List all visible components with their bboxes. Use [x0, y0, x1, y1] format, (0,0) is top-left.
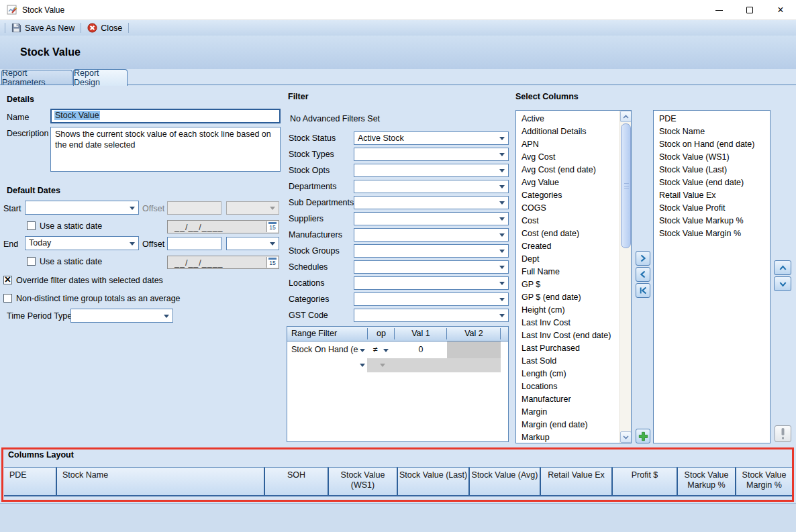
- available-column-item[interactable]: COGS: [516, 202, 619, 215]
- move-left-button[interactable]: [636, 267, 650, 282]
- layout-column-header[interactable]: SOH: [265, 468, 329, 495]
- scrollbar-thumb[interactable]: [621, 123, 631, 248]
- toolbar-close-button[interactable]: Close: [84, 21, 126, 35]
- selected-column-item[interactable]: Stock Value (WS1): [654, 151, 770, 164]
- layout-column-header[interactable]: Stock Value Markup %: [678, 468, 736, 495]
- layout-column-header[interactable]: Stock Value (Last): [398, 468, 470, 495]
- layout-column-header[interactable]: Profit $: [613, 468, 678, 495]
- available-column-item[interactable]: Last Sold: [516, 355, 619, 368]
- selected-column-item[interactable]: PDE: [654, 113, 770, 125]
- scroll-up-button[interactable]: [620, 111, 632, 122]
- available-column-item[interactable]: Last Inv Cost: [516, 317, 619, 329]
- start-date-select[interactable]: [25, 201, 139, 215]
- start-static-date-checkbox[interactable]: [27, 221, 36, 230]
- move-right-button[interactable]: [636, 251, 650, 266]
- nondistinct-average-checkbox[interactable]: [3, 294, 12, 303]
- layout-column-header[interactable]: PDE: [4, 468, 57, 495]
- filter-select[interactable]: [354, 148, 509, 161]
- available-column-item[interactable]: Height (cm): [516, 304, 619, 317]
- available-column-item[interactable]: Locations: [516, 380, 619, 393]
- available-column-item[interactable]: Cost: [516, 215, 619, 227]
- available-column-item[interactable]: Avg Value: [516, 176, 619, 189]
- selected-column-item[interactable]: Stock Value Margin %: [654, 227, 770, 240]
- time-period-type-select[interactable]: [70, 309, 173, 323]
- layout-column-header[interactable]: Retail Value Ex: [541, 468, 613, 495]
- layout-column-header[interactable]: Stock Value (WS1): [329, 468, 398, 495]
- filter-select[interactable]: [354, 180, 509, 193]
- selected-column-item[interactable]: Stock Value Markup %: [654, 215, 770, 227]
- selected-column-item[interactable]: Stock Name: [654, 125, 770, 138]
- selected-column-item[interactable]: Retail Value Ex: [654, 189, 770, 202]
- filter-select[interactable]: [354, 164, 509, 177]
- available-column-item[interactable]: Cost (end date): [516, 227, 619, 240]
- selected-column-item[interactable]: Stock Value (end date): [654, 176, 770, 189]
- available-column-item[interactable]: Last Inv Cost (end date): [516, 329, 619, 342]
- calendar-icon[interactable]: 15: [266, 221, 278, 232]
- available-column-item[interactable]: Avg Cost: [516, 151, 619, 164]
- filter-select[interactable]: [354, 228, 509, 242]
- available-column-item[interactable]: Created: [516, 240, 619, 253]
- selected-column-item[interactable]: Stock on Hand (end date): [654, 138, 770, 151]
- available-column-item[interactable]: Markup: [516, 431, 619, 443]
- available-column-item[interactable]: GP $ (end date): [516, 291, 619, 304]
- filter-select[interactable]: [354, 196, 509, 209]
- range-filter-op-select[interactable]: ≠: [373, 345, 378, 354]
- tab-report-design[interactable]: Report Design: [73, 69, 128, 86]
- end-offset-unit-select[interactable]: [226, 237, 279, 250]
- column-info-button[interactable]: [775, 425, 791, 442]
- move-up-button[interactable]: [774, 260, 791, 275]
- available-column-item[interactable]: Length (cm): [516, 368, 619, 380]
- available-column-item[interactable]: Categories: [516, 189, 619, 202]
- available-column-item[interactable]: Additional Details: [516, 125, 619, 138]
- available-column-item[interactable]: Manufacturer: [516, 393, 619, 406]
- available-column-item[interactable]: Active: [516, 113, 619, 125]
- available-column-item[interactable]: Margin: [516, 406, 619, 419]
- layout-column-header[interactable]: Stock Value Margin %: [736, 468, 792, 495]
- filter-select[interactable]: [354, 212, 509, 225]
- end-static-date-field[interactable]: __/__/____ 15: [167, 256, 279, 269]
- filter-select[interactable]: [354, 309, 509, 322]
- range-filter-val1[interactable]: 0: [395, 345, 447, 354]
- end-date-select[interactable]: Today: [25, 236, 139, 250]
- toolbar-save-as-new-button[interactable]: Save As New: [8, 21, 78, 35]
- available-columns-list[interactable]: ActiveAdditional DetailsAPNAvg CostAvg C…: [515, 110, 632, 443]
- filter-select[interactable]: [354, 276, 509, 290]
- filter-select[interactable]: Active Stock: [354, 131, 509, 145]
- layout-column-header[interactable]: Stock Name: [57, 468, 265, 495]
- tab-report-parameters[interactable]: Report Parameters: [1, 70, 72, 85]
- chevron-down-icon[interactable]: [383, 349, 389, 352]
- override-dates-checkbox[interactable]: [3, 276, 12, 284]
- available-column-item[interactable]: Last Purchased: [516, 342, 619, 355]
- filter-select[interactable]: [354, 244, 509, 258]
- available-column-item[interactable]: Dept: [516, 253, 619, 266]
- selected-column-item[interactable]: Stock Value (Last): [654, 164, 770, 176]
- available-column-item[interactable]: APN: [516, 138, 619, 151]
- scroll-down-button[interactable]: [620, 431, 632, 443]
- name-input[interactable]: Stock Value: [50, 109, 281, 123]
- range-filter-empty-row: [287, 358, 508, 372]
- layout-column-header[interactable]: Stock Value (Avg): [470, 468, 541, 495]
- end-static-date-checkbox[interactable]: [27, 257, 36, 266]
- move-down-button[interactable]: [774, 276, 791, 291]
- available-column-item[interactable]: Full Name: [516, 266, 619, 278]
- selected-columns-list[interactable]: PDEStock NameStock on Hand (end date)Sto…: [653, 110, 770, 443]
- available-column-item[interactable]: Margin (end date): [516, 419, 619, 431]
- filter-select[interactable]: [354, 292, 509, 306]
- available-column-item[interactable]: Avg Cost (end date): [516, 164, 619, 176]
- add-column-button[interactable]: [636, 429, 650, 443]
- range-filter-field-select[interactable]: Stock On Hand (er: [291, 345, 358, 354]
- minimize-button[interactable]: [703, 0, 734, 20]
- close-window-button[interactable]: ×: [765, 0, 796, 20]
- start-static-date-field[interactable]: __/__/____ 15: [167, 220, 279, 233]
- scrollbar[interactable]: [619, 111, 631, 443]
- move-all-left-button[interactable]: [636, 283, 650, 298]
- maximize-button[interactable]: [734, 0, 765, 20]
- description-textarea[interactable]: Shows the current stock value of each st…: [50, 127, 281, 172]
- available-column-item[interactable]: GP $: [516, 278, 619, 291]
- calendar-icon[interactable]: 15: [266, 257, 278, 268]
- chevron-down-icon[interactable]: [360, 349, 365, 352]
- selected-column-item[interactable]: Stock Value Profit: [654, 202, 770, 215]
- chevron-down-icon[interactable]: [360, 364, 365, 367]
- end-offset-input[interactable]: [167, 237, 221, 250]
- filter-select[interactable]: [354, 260, 509, 274]
